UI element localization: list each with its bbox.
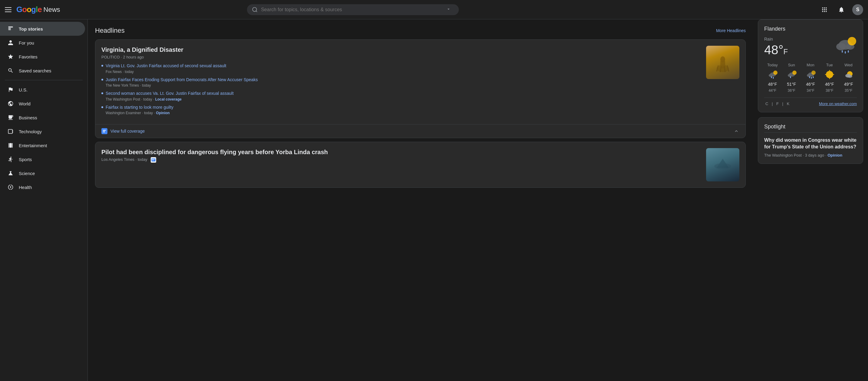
spotlight-source: The Washington Post [764, 153, 802, 157]
news-card-inner: Virginia, a Dignified Disaster POLITICO … [95, 40, 745, 124]
forecast-day-sun: Sun 51°F 36°F [783, 63, 800, 93]
svg-point-49 [811, 77, 812, 79]
forecast-lo: 44°F [769, 88, 776, 93]
svg-rect-2 [822, 7, 823, 8]
sidebar-item-label: Sports [19, 157, 32, 162]
sidebar-item-label: Health [19, 185, 32, 190]
sidebar-item-saved-searches[interactable]: Saved searches [0, 64, 85, 78]
svg-line-1 [256, 10, 257, 12]
forecast-hi: 49°F [844, 82, 853, 87]
sidebar-item-science[interactable]: Science [0, 166, 85, 180]
sub-article: Fairfax is starting to look more guilty … [101, 105, 701, 115]
search-dropdown-icon[interactable] [446, 7, 454, 12]
weather-temp: 48°F [764, 43, 788, 57]
sidebar-item-health[interactable]: Health [0, 180, 85, 194]
forecast-icon [767, 69, 778, 80]
svg-point-44 [790, 76, 791, 78]
main-headline[interactable]: Virginia, a Dignified Disaster [101, 46, 701, 54]
notifications-icon[interactable] [835, 4, 847, 16]
sub-article-title[interactable]: Virginia Lt. Gov. Justin Fairfax accused… [105, 63, 226, 69]
sidebar-item-label: World [19, 101, 31, 106]
article-thumbnail [706, 46, 739, 79]
sidebar-item-for-you[interactable]: For you [0, 36, 85, 50]
article-thumbnail [706, 148, 739, 181]
local-coverage-badge: Local coverage [155, 97, 182, 101]
topbar-right: S [818, 4, 863, 16]
layout: Top stories For you Favorites [0, 19, 868, 381]
chevron-up-icon [733, 128, 739, 134]
svg-point-0 [253, 7, 257, 11]
avatar[interactable]: S [852, 4, 863, 15]
source-line: Los Angeles Times · today [101, 157, 701, 163]
main-content: Headlines More Headlines Virginia, a Dig… [88, 19, 753, 381]
sidebar-item-technology[interactable]: Technology [0, 124, 85, 139]
sidebar-item-favorites[interactable]: Favorites [0, 50, 85, 64]
hamburger-menu[interactable] [5, 7, 11, 12]
star-icon [7, 53, 14, 60]
forecast-day-tue: Tue 46°F 38°F [821, 63, 838, 93]
weather-card: Flanders Rain 48°F [758, 19, 863, 112]
vfc-icon [101, 128, 107, 134]
tech-icon [7, 128, 14, 135]
svg-rect-6 [824, 9, 825, 10]
globe-icon [7, 100, 14, 107]
bullet-dot [101, 65, 103, 67]
news-label: News [43, 6, 60, 13]
forecast-day-today: Today 48°F 44°F [764, 63, 781, 93]
main-headline[interactable]: Pilot had been disciplined for dangerous… [101, 148, 701, 156]
sub-article-title[interactable]: Justin Fairfax Faces Eroding Support fro… [105, 77, 258, 83]
bullet-dot [101, 79, 103, 81]
forecast-icon [843, 69, 854, 80]
svg-point-39 [771, 76, 772, 78]
svg-point-16 [720, 56, 725, 62]
sub-article-title[interactable]: Second woman accuses Va. Lt. Gov. Justin… [105, 91, 234, 97]
sidebar-item-entertainment[interactable]: Entertainment [0, 139, 85, 152]
sub-article-meta: The Washington Post · today · Local cove… [105, 97, 234, 101]
fahrenheit-button[interactable]: F [775, 101, 780, 107]
svg-rect-9 [824, 11, 825, 12]
business-icon [7, 114, 14, 121]
kelvin-button[interactable]: K [786, 101, 791, 107]
svg-rect-23 [103, 132, 105, 133]
source-logo-icon [151, 157, 156, 163]
weather-forecast: Today 48°F 44°F Sun [764, 63, 857, 93]
forecast-day-label: Mon [807, 63, 814, 67]
svg-point-38 [773, 70, 777, 75]
sidebar-item-top-stories[interactable]: Top stories [0, 22, 85, 36]
sidebar-item-label: For you [19, 40, 34, 46]
right-sidebar: Flanders Rain 48°F [753, 19, 868, 381]
sidebar-item-world[interactable]: World [0, 97, 85, 111]
celsius-button[interactable]: C [764, 101, 769, 107]
source-name: POLITICO [101, 55, 120, 59]
svg-rect-3 [824, 7, 825, 8]
spotlight-headline[interactable]: Why did women in Congress wear white for… [764, 137, 857, 150]
more-headlines-link[interactable]: More Headlines [716, 28, 746, 33]
unit-buttons: C | F | K [764, 101, 790, 106]
headlines-title: Headlines [95, 27, 125, 34]
view-full-coverage-button[interactable]: View full coverage [95, 124, 745, 138]
entertainment-icon [7, 142, 14, 149]
news-card-pilot: Pilot had been disciplined for dangerous… [95, 142, 746, 188]
search-input[interactable] [261, 7, 444, 12]
svg-rect-26 [152, 160, 154, 160]
svg-point-40 [773, 77, 774, 79]
sidebar-item-sports[interactable]: Sports [0, 152, 85, 166]
sidebar-item-business[interactable]: Business [0, 111, 85, 124]
svg-point-34 [845, 51, 846, 54]
svg-rect-10 [826, 11, 827, 12]
spotlight-title: Spotlight [764, 123, 857, 130]
article-image-virginia [706, 46, 739, 79]
apps-icon[interactable] [818, 4, 831, 16]
sub-article-title[interactable]: Fairfax is starting to look more guilty [105, 105, 174, 111]
svg-rect-13 [8, 29, 11, 30]
topbar: Google News S [0, 0, 868, 19]
sidebar-item-us[interactable]: U.S. [0, 83, 85, 97]
svg-rect-21 [103, 130, 106, 130]
sub-article: Second woman accuses Va. Lt. Gov. Justin… [101, 91, 701, 101]
google-news-logo[interactable]: Google News [17, 5, 60, 14]
svg-point-33 [842, 50, 843, 53]
sidebar-item-label: Science [19, 171, 35, 176]
svg-point-48 [809, 76, 810, 78]
svg-point-37 [769, 74, 773, 77]
weather-more-link[interactable]: More on weather.com [819, 101, 857, 106]
